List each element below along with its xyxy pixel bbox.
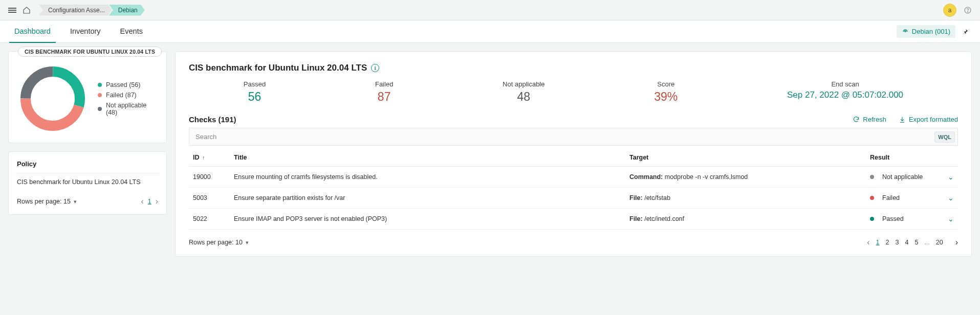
table-row[interactable]: 5022Ensure IMAP and POP3 server is not e… bbox=[189, 209, 958, 230]
page-number[interactable]: 4 bbox=[905, 239, 908, 246]
divider bbox=[16, 173, 159, 173]
rows-per-page-select[interactable]: Rows per page: 15 ▾ bbox=[17, 198, 77, 205]
rows-per-page-label: Rows per page: 10 bbox=[189, 239, 243, 246]
refresh-button[interactable]: Refresh bbox=[853, 116, 886, 123]
stats-row: Passed 56 Failed 87 Not applicable 48 Sc… bbox=[189, 80, 958, 104]
agent-chip-label: Debian (001) bbox=[912, 28, 950, 35]
next-page-button[interactable]: › bbox=[955, 238, 958, 247]
menu-button[interactable] bbox=[5, 3, 19, 17]
hamburger-icon bbox=[8, 7, 16, 14]
checks-pager: ‹ 12345...20 › bbox=[867, 238, 958, 247]
content: CIS benchmark for Ubuntu Linux 20.04 LTS… bbox=[175, 51, 972, 257]
home-button[interactable] bbox=[19, 3, 34, 17]
topbar: Configuration Asse... Debian a bbox=[0, 0, 980, 20]
pager-ellipsis: ... bbox=[924, 239, 929, 246]
table-row[interactable]: 19000Ensure mounting of cramfs filesyste… bbox=[189, 167, 958, 188]
tabbar: Dashboard Inventory Events Debian (001) bbox=[0, 20, 980, 43]
col-result[interactable]: Result bbox=[866, 149, 938, 167]
prev-page-button[interactable]: ‹ bbox=[867, 238, 869, 247]
table-row[interactable]: 5003Ensure separate partition exists for… bbox=[189, 188, 958, 209]
pin-icon bbox=[962, 28, 969, 35]
signal-icon bbox=[902, 28, 909, 35]
result-text: Not applicable bbox=[882, 173, 923, 181]
next-page-button[interactable]: › bbox=[156, 197, 158, 206]
col-id-label: ID bbox=[193, 154, 200, 161]
legend-label: Passed (56) bbox=[106, 81, 140, 88]
download-icon bbox=[899, 116, 906, 123]
donut-chart bbox=[17, 63, 89, 134]
result-text: Passed bbox=[882, 215, 904, 222]
donut-title-badge: CIS BENCHMARK FOR UBUNTU LINUX 20.04 LTS bbox=[18, 47, 162, 57]
policy-card: Policy CIS benchmark for Ubuntu Linux 20… bbox=[8, 151, 167, 215]
stat-label: Failed bbox=[375, 80, 393, 88]
rows-per-page-label: Rows per page: 15 bbox=[17, 198, 71, 205]
cell-id: 5003 bbox=[189, 188, 230, 209]
result-text: Failed bbox=[882, 194, 900, 201]
cell-result: Passed bbox=[866, 209, 938, 230]
stat-label: Score bbox=[654, 80, 678, 88]
cell-id: 5022 bbox=[189, 209, 230, 230]
dot-icon bbox=[98, 83, 102, 87]
info-icon[interactable]: i bbox=[371, 64, 379, 72]
prev-page-button[interactable]: ‹ bbox=[141, 197, 143, 206]
main: CIS BENCHMARK FOR UBUNTU LINUX 20.04 LTS… bbox=[0, 43, 980, 265]
stat-label: Not applicable bbox=[503, 80, 545, 88]
cell-result: Not applicable bbox=[866, 167, 938, 188]
cell-title: Ensure separate partition exists for /va… bbox=[230, 188, 625, 209]
status-dot-icon bbox=[870, 175, 874, 179]
page-number[interactable]: 3 bbox=[895, 239, 899, 246]
breadcrumb-item-active[interactable]: Debian bbox=[109, 5, 145, 16]
donut-legend: Passed (56) Failed (87) Not applicable (… bbox=[98, 78, 158, 119]
tab-inventory[interactable]: Inventory bbox=[65, 20, 106, 43]
breadcrumb: Configuration Asse... Debian bbox=[39, 5, 142, 16]
dot-icon bbox=[98, 107, 102, 111]
cell-title: Ensure mounting of cramfs filesystems is… bbox=[230, 167, 625, 188]
policy-name[interactable]: CIS benchmark for Ubuntu Linux 20.04 LTS bbox=[17, 178, 158, 186]
cell-id: 19000 bbox=[189, 167, 230, 188]
agent-chip[interactable]: Debian (001) bbox=[897, 25, 955, 38]
stat-na: Not applicable 48 bbox=[503, 80, 545, 104]
expand-row-button[interactable]: ⌄ bbox=[948, 215, 954, 223]
avatar[interactable]: a bbox=[943, 4, 956, 17]
tab-events[interactable]: Events bbox=[115, 20, 148, 43]
benchmark-card: CIS benchmark for Ubuntu Linux 20.04 LTS… bbox=[175, 51, 972, 257]
sidebar: CIS BENCHMARK FOR UBUNTU LINUX 20.04 LTS… bbox=[8, 51, 167, 215]
pin-button[interactable] bbox=[960, 26, 971, 37]
page-number[interactable]: 1 bbox=[876, 239, 880, 246]
checks-table: ID ↑ Title Target Result 19000Ensure mou… bbox=[189, 149, 958, 230]
expand-row-button[interactable]: ⌄ bbox=[948, 194, 954, 202]
stat-passed: Passed 56 bbox=[244, 80, 266, 104]
col-target[interactable]: Target bbox=[625, 149, 866, 167]
legend-failed[interactable]: Failed (87) bbox=[98, 92, 158, 99]
col-title[interactable]: Title bbox=[230, 149, 625, 167]
rows-per-page-select[interactable]: Rows per page: 10 ▾ bbox=[189, 239, 249, 246]
stat-endscan: End scan Sep 27, 2022 @ 05:07:02.000 bbox=[787, 80, 903, 104]
status-dot-icon bbox=[870, 196, 874, 200]
legend-label: Not applicable (48) bbox=[106, 102, 158, 116]
page-number[interactable]: 2 bbox=[886, 239, 889, 246]
wql-chip[interactable]: WQL bbox=[934, 131, 955, 143]
legend-na[interactable]: Not applicable (48) bbox=[98, 102, 158, 116]
search-input[interactable] bbox=[189, 128, 958, 146]
help-button[interactable] bbox=[961, 3, 975, 17]
col-id[interactable]: ID ↑ bbox=[189, 149, 230, 167]
stat-value: 56 bbox=[244, 90, 266, 104]
chevron-down-icon: ▾ bbox=[246, 239, 249, 246]
svg-point-1 bbox=[967, 11, 968, 12]
stat-value: Sep 27, 2022 @ 05:07:02.000 bbox=[787, 90, 903, 100]
cell-target: File: /etc/inetd.conf bbox=[625, 209, 866, 230]
tab-dashboard[interactable]: Dashboard bbox=[9, 20, 56, 43]
breadcrumb-item[interactable]: Configuration Asse... bbox=[39, 5, 112, 16]
page-number-current[interactable]: 1 bbox=[148, 198, 151, 205]
legend-passed[interactable]: Passed (56) bbox=[98, 81, 158, 88]
page-number[interactable]: 5 bbox=[914, 239, 918, 246]
export-button[interactable]: Export formatted bbox=[899, 116, 958, 123]
page-number[interactable]: 20 bbox=[936, 239, 943, 246]
stat-label: Passed bbox=[244, 80, 266, 88]
stat-label: End scan bbox=[787, 80, 903, 88]
svg-point-2 bbox=[905, 31, 905, 32]
expand-row-button[interactable]: ⌄ bbox=[948, 173, 954, 181]
policy-pager: ‹ 1 › bbox=[141, 197, 158, 206]
stat-score: Score 39% bbox=[654, 80, 678, 104]
refresh-label: Refresh bbox=[863, 116, 886, 123]
